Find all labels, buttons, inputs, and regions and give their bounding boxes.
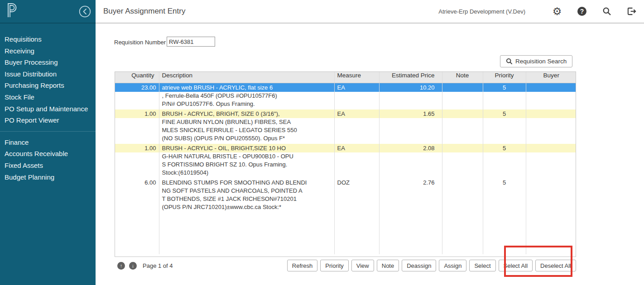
select-button[interactable]: Select — [469, 260, 495, 271]
priority-button[interactable]: Priority — [320, 260, 348, 271]
sidebar-item-fixed-assets[interactable]: Fixed Assets — [0, 160, 96, 171]
estimated-price-cell: 2.08 — [379, 144, 442, 178]
requisition-search-button[interactable]: Requisition Search — [500, 55, 572, 67]
description-cell: BRUSH - ACRYLIC - OIL, BRIGHT,SIZE 10 HO… — [159, 144, 334, 178]
table-row[interactable]: 1.00BRUSH - ACRYLIC, BRIGHT, SIZE 0 (3/1… — [115, 109, 576, 144]
table-row[interactable]: 23.00atrieve web BRUSH - ACRYLIC, flat s… — [115, 83, 576, 109]
page-down-icon[interactable]: ↓ — [129, 262, 137, 270]
description-line: , Ferrule-Bella 450F (OPUS #OPU10577F6) — [159, 92, 334, 100]
measure-cell: DOZ — [334, 178, 379, 213]
page-title: Buyer Assignment Entry — [103, 7, 185, 16]
requisition-number-input[interactable] — [167, 37, 215, 47]
table-row[interactable]: 6.00BLENDING STUMPS FOR SMOOTHING AND BL… — [115, 178, 576, 213]
estimated-price-cell: 2.76 — [379, 178, 442, 213]
quantity-cell: 23.00 — [115, 83, 159, 109]
description-line: (OPUS P/N JRC710201)±www.cbc.ca Stock:* — [159, 203, 334, 211]
priority-cell: 5 — [483, 83, 526, 109]
note-button[interactable]: Note — [377, 260, 399, 271]
sidebar-item-accounts-receivable[interactable]: Accounts Receivable — [0, 148, 96, 160]
note-cell — [442, 144, 483, 178]
column-header-description: Description — [159, 72, 334, 83]
settings-gear-icon[interactable]: ⚙ — [552, 6, 562, 16]
sidebar-collapse-icon[interactable] — [79, 5, 91, 18]
description-line: S FORTISSIMO BRIGHT SZ 10. Opus Framing. — [159, 161, 334, 169]
quantity-cell: 1.00 — [115, 109, 159, 144]
sidebar-item-purchasing-reports[interactable]: Purchasing Reports — [0, 80, 96, 91]
column-header-note: Note — [442, 72, 483, 83]
sidebar-item-finance[interactable]: Finance — [0, 137, 96, 148]
description-cell: BLENDING STUMPS FOR SMOOTHING AND BLENDI… — [159, 178, 334, 213]
search-icon[interactable] — [602, 6, 612, 16]
buyer-cell — [526, 109, 576, 144]
measure-cell: EA — [334, 83, 379, 109]
deassign-button[interactable]: Deassign — [402, 260, 436, 271]
sidebar-item-po-report-viewer[interactable]: PO Report Viewer — [0, 114, 96, 126]
deselect-all-button[interactable]: Deselect All — [535, 260, 576, 271]
buyer-cell — [526, 178, 576, 213]
description-line: G-HAIR NATURAL BRISTLE - OPU900B10 - OPU — [159, 152, 334, 161]
description-line: P/N# OPU10577F6. Opus Framing. — [159, 100, 334, 108]
column-header-priority: Priority — [483, 72, 526, 83]
page-up-icon[interactable]: ↑ — [117, 262, 125, 270]
grid-footer: ↑ ↓ Page 1 of 4 RefreshPriorityViewNoteD… — [115, 259, 576, 272]
items-grid: Quantity Description Measure Estimated P… — [115, 71, 576, 257]
view-button[interactable]: View — [351, 260, 374, 271]
note-cell — [442, 178, 483, 213]
page-indicator: Page 1 of 4 — [143, 262, 173, 269]
topbar-right: Atrieve-Erp Development (V.Dev) ⚙ ? — [438, 6, 637, 16]
sidebar-item-issue-distribution[interactable]: Issue Distribution — [0, 68, 96, 80]
quantity-cell: 6.00 — [115, 178, 159, 213]
measure-cell: EA — [334, 144, 379, 178]
sidebar-item-buyer-processing[interactable]: Buyer Processing — [0, 57, 96, 68]
column-header-quantity: Quantity — [115, 72, 159, 83]
buyer-cell — [526, 144, 576, 178]
priority-cell: 5 — [483, 109, 526, 144]
description-cell: atrieve web BRUSH - ACRYLIC, flat size 6… — [159, 83, 334, 109]
sidebar-item-requisitions[interactable]: Requisitions — [0, 33, 96, 45]
sidebar-item-receiving[interactable]: Receiving — [0, 45, 96, 57]
measure-cell: EA — [334, 109, 379, 144]
select-all-button[interactable]: Select All — [499, 260, 533, 271]
note-cell — [442, 83, 483, 109]
description-line: (NO SUBS) (OPUS P/N OPU205550). Opus F* — [159, 134, 334, 142]
description-line: MLES SNICKEL FERRULE - LEGATO SERIES 550 — [159, 126, 334, 134]
sidebar: RequisitionsReceivingBuyer ProcessingIss… — [0, 0, 96, 285]
quantity-cell: 1.00 — [115, 144, 159, 178]
description-cell: BRUSH - ACRYLIC, BRIGHT, SIZE 0 (3/16"),… — [159, 109, 334, 144]
description-line: FINE AUBURN NYLON (BRUNEL) FIBRES, SEA — [159, 118, 334, 126]
sidebar-menu: RequisitionsReceivingBuyer ProcessingIss… — [0, 24, 96, 183]
requisition-number-label: Requisition Number — [114, 39, 166, 46]
column-header-measure: Measure — [334, 72, 379, 83]
environment-label: Atrieve-Erp Development (V.Dev) — [438, 8, 525, 15]
column-header-estimated-price: Estimated Price — [379, 72, 442, 83]
top-header: Buyer Assignment Entry Atrieve-Erp Devel… — [96, 0, 644, 24]
description-line: NG SOFT PASTELS AND CHARCOALS, POINTED A — [159, 187, 334, 195]
table-row[interactable]: 1.00BRUSH - ACRYLIC - OIL, BRIGHT,SIZE 1… — [115, 144, 576, 178]
buyer-cell — [526, 83, 576, 109]
footer-buttons: RefreshPriorityViewNoteDeassignAssignSel… — [287, 260, 576, 271]
note-cell — [442, 109, 483, 144]
sidebar-item-stock-file[interactable]: Stock File — [0, 91, 96, 103]
column-header-buyer: Buyer — [526, 72, 576, 83]
sidebar-item-budget-planning[interactable]: Budget Planning — [0, 171, 96, 183]
estimated-price-cell: 10.20 — [379, 83, 442, 109]
grid-header-row: Quantity Description Measure Estimated P… — [115, 72, 576, 83]
sidebar-group-divider — [0, 131, 96, 132]
help-icon[interactable]: ? — [577, 6, 587, 16]
priority-cell: 5 — [483, 178, 526, 213]
description-line: T BOTHENDS, SIZE #1 JACK RICHESON#710201 — [159, 195, 334, 203]
requisition-search-magnifier-icon — [506, 58, 513, 65]
sidebar-header — [0, 0, 96, 24]
estimated-price-cell: 1.65 — [379, 109, 442, 144]
assign-button[interactable]: Assign — [439, 260, 466, 271]
sidebar-item-po-setup-and-maintenance[interactable]: PO Setup and Maintenance — [0, 103, 96, 115]
priority-cell: 5 — [483, 144, 526, 178]
refresh-button[interactable]: Refresh — [287, 260, 318, 271]
description-line: Stock:(61019504) — [159, 169, 334, 177]
powerschool-logo-icon — [5, 3, 17, 20]
grid-empty-space — [115, 213, 576, 254]
logout-icon[interactable] — [627, 6, 637, 16]
requisition-search-label: Requisition Search — [515, 58, 567, 65]
pager: ↑ ↓ Page 1 of 4 — [117, 262, 173, 270]
